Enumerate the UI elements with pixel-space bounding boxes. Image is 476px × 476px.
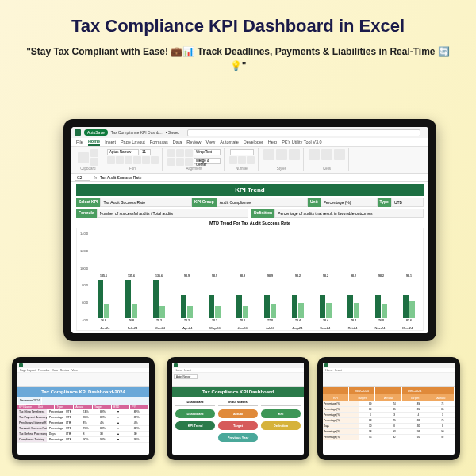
formula-definition-row: FormulaNumber of successful audits / Tot… bbox=[76, 209, 424, 218]
tablet-left-screen: Page Layout Formulas Data Review View Ta… bbox=[17, 363, 149, 455]
tab-home[interactable]: Home bbox=[88, 139, 100, 146]
percent-icon[interactable] bbox=[238, 156, 246, 164]
align-left-icon[interactable] bbox=[167, 158, 175, 166]
format-table-icon[interactable] bbox=[276, 149, 287, 160]
month-header-row: Nov-2024Dec-2024 bbox=[323, 387, 455, 394]
definition-button[interactable]: Definition bbox=[261, 421, 301, 430]
delete-cells-icon[interactable] bbox=[321, 149, 332, 160]
tab-formulas[interactable]: Formulas bbox=[150, 140, 168, 144]
autosave-toggle[interactable]: AutoSave bbox=[84, 129, 108, 136]
filename: Tax Compliance KPI Dashb... bbox=[111, 130, 163, 135]
italic-icon[interactable] bbox=[116, 156, 124, 164]
tab-automate[interactable]: Automate bbox=[220, 140, 239, 144]
font-size-select[interactable]: 11 bbox=[140, 149, 151, 155]
dashboard-button[interactable]: Dashboard bbox=[175, 409, 215, 418]
number-label: Number bbox=[229, 167, 255, 171]
fx-icon[interactable]: fx bbox=[94, 175, 97, 180]
tab-view[interactable]: View bbox=[71, 369, 78, 372]
cell-reference-box[interactable]: C2 bbox=[75, 175, 90, 181]
mini-titlebar bbox=[323, 363, 455, 368]
fill-color-icon[interactable] bbox=[142, 156, 150, 164]
tab-file[interactable]: File bbox=[76, 140, 83, 144]
cut-icon[interactable] bbox=[90, 149, 98, 157]
x-axis: Jan-24Feb-24Mar-24Apr-24May-24Jun-24Jul-… bbox=[91, 326, 421, 330]
group-cells: Cells bbox=[305, 148, 349, 171]
conditional-formatting-icon[interactable] bbox=[263, 149, 274, 160]
kpi-button[interactable]: KPI bbox=[261, 409, 301, 418]
copy-icon[interactable] bbox=[90, 158, 98, 166]
align-right-icon[interactable] bbox=[185, 158, 193, 166]
data-table: Percentage (%)89748974Percentage (%)8985… bbox=[323, 401, 455, 440]
tab-data[interactable]: Data bbox=[52, 369, 57, 372]
tab-home[interactable]: Home bbox=[325, 369, 332, 372]
tablet-right-screen: Home Insert Nov-2024Dec-2024 KPITargetAc… bbox=[323, 363, 455, 455]
font-name-select[interactable]: Aptos Narrow bbox=[107, 149, 139, 155]
excel-icon bbox=[324, 363, 328, 367]
tab-page-layout[interactable]: Page Layout bbox=[121, 140, 145, 144]
wrap-text-button[interactable]: Wrap Text bbox=[194, 149, 221, 155]
bold-icon[interactable] bbox=[107, 156, 115, 164]
group-clipboard: Clipboard bbox=[75, 148, 102, 171]
saved-label: Saved bbox=[168, 130, 179, 135]
kpi-group-label: KPI Group bbox=[192, 198, 217, 207]
select-kpi-value[interactable]: Tax Audit Success Rate bbox=[100, 198, 192, 207]
underline-icon[interactable] bbox=[125, 156, 132, 164]
merge-button[interactable]: Merge & Center bbox=[194, 158, 221, 164]
mini-titlebar bbox=[17, 363, 149, 368]
paste-icon[interactable] bbox=[78, 152, 89, 163]
search-input[interactable] bbox=[187, 129, 420, 136]
tab-help[interactable]: Help bbox=[268, 140, 277, 144]
comma-icon[interactable] bbox=[247, 156, 255, 164]
align-center-icon[interactable] bbox=[176, 158, 184, 166]
number-format-select[interactable] bbox=[230, 149, 254, 155]
cells-label: Cells bbox=[309, 167, 345, 171]
group-number: Number bbox=[226, 148, 259, 171]
ribbon-body: Clipboard Aptos Narrow 11 bbox=[71, 147, 428, 174]
cell-styles-icon[interactable] bbox=[289, 149, 300, 160]
kpi-trend-button[interactable]: KPI Trend bbox=[175, 421, 215, 430]
blank-col-header bbox=[261, 400, 301, 406]
tab-insert[interactable]: Insert bbox=[105, 140, 116, 144]
tab-formulas[interactable]: Formulas bbox=[38, 369, 50, 372]
font-label: Font bbox=[107, 167, 159, 171]
tab-home[interactable]: Home bbox=[175, 369, 182, 372]
actual-button[interactable]: Actual bbox=[218, 409, 258, 418]
definition-label: Definition bbox=[251, 209, 274, 218]
group-styles: Styles bbox=[260, 148, 304, 171]
font-color-icon[interactable] bbox=[151, 156, 159, 164]
dashboard-col-header: Dashboard bbox=[175, 400, 215, 406]
format-cells-icon[interactable] bbox=[334, 149, 345, 160]
align-top-icon[interactable] bbox=[167, 149, 175, 157]
tab-utility[interactable]: PK's Utility Tool V3.0 bbox=[282, 140, 321, 144]
currency-icon[interactable] bbox=[229, 156, 237, 164]
tab-developer[interactable]: Developer bbox=[244, 140, 263, 144]
tab-insert[interactable]: Insert bbox=[184, 369, 191, 372]
ribbon-tabs: File Home Insert Page Layout Formulas Da… bbox=[71, 138, 428, 147]
tab-view[interactable]: View bbox=[205, 140, 215, 144]
target-button[interactable]: Target bbox=[218, 421, 258, 430]
insert-cells-icon[interactable] bbox=[309, 149, 320, 160]
excel-icon bbox=[174, 363, 178, 367]
previous-year-button[interactable]: Previous Year bbox=[218, 433, 258, 442]
tab-data[interactable]: Data bbox=[173, 140, 182, 144]
formula-value[interactable]: Tax Audit Success Rate bbox=[100, 175, 142, 180]
worksheet: KPI Trend Select KPITax Audit Success Ra… bbox=[71, 182, 428, 333]
definition-text: Percentage of audits that result in favo… bbox=[274, 209, 424, 218]
font-name-select[interactable]: Aptos Narrow bbox=[174, 374, 198, 379]
tab-insert[interactable]: Insert bbox=[335, 369, 342, 372]
kpi-banner: KPI Trend bbox=[76, 184, 424, 196]
formula-text: Number of successful audits / Total audi… bbox=[97, 209, 248, 218]
input-col-header: Input sheets bbox=[218, 400, 258, 406]
mini-ribbon-body bbox=[17, 373, 149, 387]
tab-review[interactable]: Review bbox=[186, 140, 201, 144]
month-label: December 2024 bbox=[17, 397, 42, 405]
excel-window: AutoSave Tax Compliance KPI Dashb... • S… bbox=[71, 127, 428, 333]
clipboard-label: Clipboard bbox=[78, 167, 98, 171]
tab-review[interactable]: Review bbox=[60, 369, 69, 372]
align-mid-icon[interactable] bbox=[176, 149, 184, 157]
align-bot-icon[interactable] bbox=[185, 149, 193, 157]
tab-page-layout[interactable]: Page Layout bbox=[20, 369, 36, 372]
border-icon[interactable] bbox=[133, 156, 141, 164]
tablet-mid-frame: Home Insert Aptos Narrow Tax Compliance … bbox=[167, 357, 309, 460]
month-selector[interactable]: December 2024 bbox=[17, 397, 149, 405]
